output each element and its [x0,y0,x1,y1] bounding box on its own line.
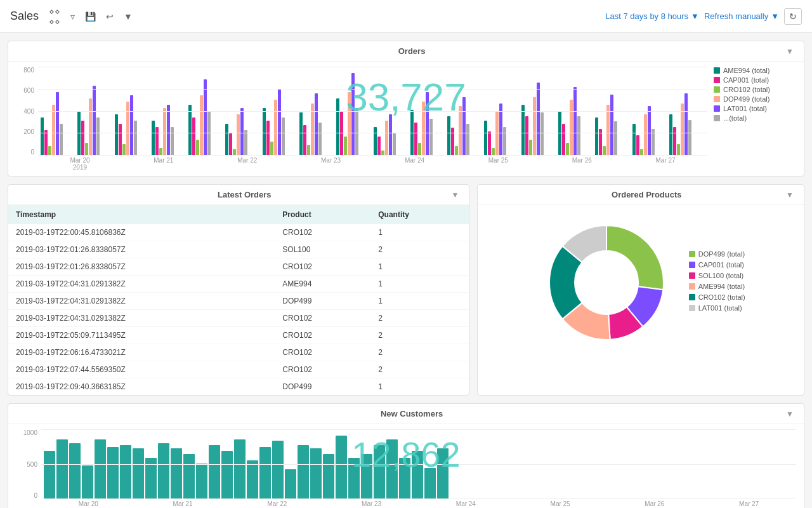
cell-timestamp: 2019-03-19T22:04:31.0291382Z [8,276,275,293]
customer-x-label: Mar 23 [324,500,419,507]
bar [237,114,240,156]
ordered-products-title: Ordered Products [507,190,786,199]
bar [96,117,100,156]
new-customers-collapse[interactable]: ▼ [786,410,794,418]
customer-bar [247,460,258,499]
new-customers-chart: 12,862 1000 500 0 Mar 20Mar 21Mar 22Mar … [8,424,804,508]
latest-orders-collapse[interactable]: ▼ [452,190,459,199]
bar-cluster [669,93,705,156]
x-label: Mar 25 [456,157,540,171]
undo-icon[interactable]: ↩ [103,9,116,24]
top-bar-left: Sales ⋄⋄⋄⋄ ▿ 💾 ↩ ▼ [10,4,135,29]
x-label: Mar 23 [289,157,373,171]
orders-legend: AME994 (total)CAP001 (total)CRO102 (tota… [707,67,796,168]
bar [381,150,384,156]
bar [311,104,314,156]
legend-label: AME994 (total) [723,67,769,74]
filter-icon[interactable]: ▿ [68,9,77,24]
bar [266,121,270,156]
bar-cluster [188,79,224,156]
bar [377,137,381,156]
table-row: 2019-03-19T22:04:31.0291382ZCRO1022 [8,310,469,327]
orders-chart: 33,727 800 600 400 200 0 [8,62,804,176]
legend-label: CAP001 (total) [723,76,769,84]
customer-bar [133,448,144,499]
donut-legend-item: AME994 (total) [689,283,745,290]
bar [188,105,192,156]
bar-cluster [558,87,594,156]
cell-product: CRO102 [275,344,370,361]
donut-legend-label: AME994 (total) [698,283,745,290]
bar [270,142,273,156]
bar [89,98,92,156]
customer-bar [424,468,436,499]
grid-icon[interactable]: ⋄⋄⋄⋄ [46,4,63,29]
bar [159,148,162,156]
bar-cluster [410,92,446,156]
bar-cluster [152,105,187,156]
save-icon[interactable]: 💾 [82,9,98,24]
orders-panel-header: Orders ▼ [8,41,804,62]
time-filter[interactable]: Last 7 days by 8 hours ▼ [605,11,699,21]
donut-legend-item: DOP499 (total) [689,250,745,258]
cell-timestamp: 2019-03-19T22:04:31.0291382Z [8,310,275,327]
refresh-button[interactable]: Refresh manually ▼ [704,11,779,21]
orders-table-body: 2019-03-19T22:00:45.8106836ZCRO10212019-… [8,224,469,395]
legend-item: AME994 (total) [714,67,796,74]
bar [282,117,285,156]
legend-label: LAT001 (total) [723,105,767,112]
ordered-products-collapse[interactable]: ▼ [786,190,794,199]
latest-orders-header: Latest Orders ▼ [8,185,469,205]
bar [52,105,55,156]
donut-legend-label: CRO102 (total) [698,293,745,301]
orders-collapse-icon[interactable]: ▼ [786,47,794,56]
bar [429,119,433,156]
bar [632,124,636,156]
customer-bar [272,441,284,499]
bar [244,130,247,156]
cell-quantity: 2 [370,344,469,361]
main-content: Orders ▼ 33,727 800 600 400 200 0 [0,33,812,508]
bar [318,123,322,156]
bar [558,111,561,156]
table-row: 2019-03-19T22:09:40.3663185ZDOP4991 [8,378,469,396]
donut-legend-color [689,283,695,290]
bar [299,112,303,156]
customer-bar [171,448,182,499]
bar-cluster [484,104,520,156]
cell-timestamp: 2019-03-19T22:01:26.8338057Z [8,241,275,258]
customer-bar [145,458,157,499]
customer-bar [44,451,55,499]
latest-orders-title: Latest Orders [37,190,452,199]
donut-legend-item: CAP001 (total) [689,261,745,269]
bar-cluster [225,108,261,156]
bar [525,116,528,156]
customer-x-label: Mar 22 [230,500,325,507]
bar [344,137,347,156]
refresh-chevron: ▼ [771,11,779,21]
refresh-icon-button[interactable]: ↻ [784,8,802,25]
donut-container: DOP499 (total)CAP001 (total)SOL100 (tota… [478,205,804,360]
cell-timestamp: 2019-03-19T22:09:40.3663185Z [8,378,275,396]
bar [455,146,458,156]
legend-color [714,67,720,74]
legend-item: CAP001 (total) [714,76,796,84]
bar [426,92,429,156]
cell-product: SOL100 [275,241,370,258]
bar [636,135,639,156]
bar-cluster [115,95,150,156]
bar [447,116,450,156]
table-row: 2019-03-19T22:06:16.4733021ZCRO1022 [8,344,469,361]
bar [603,146,606,156]
bar [171,127,174,156]
customer-bar [95,439,106,499]
donut-legend-color [689,251,695,257]
customer-x-label: Mar 26 [608,500,702,507]
bar [122,144,126,156]
customer-x-label: Mar 20 [41,500,136,507]
customer-bar [107,447,119,499]
bar [414,123,417,156]
customer-bar [221,451,233,499]
more-icon[interactable]: ▼ [121,9,135,24]
table-row: 2019-03-19T22:01:26.8338057ZCRO1021 [8,258,469,276]
